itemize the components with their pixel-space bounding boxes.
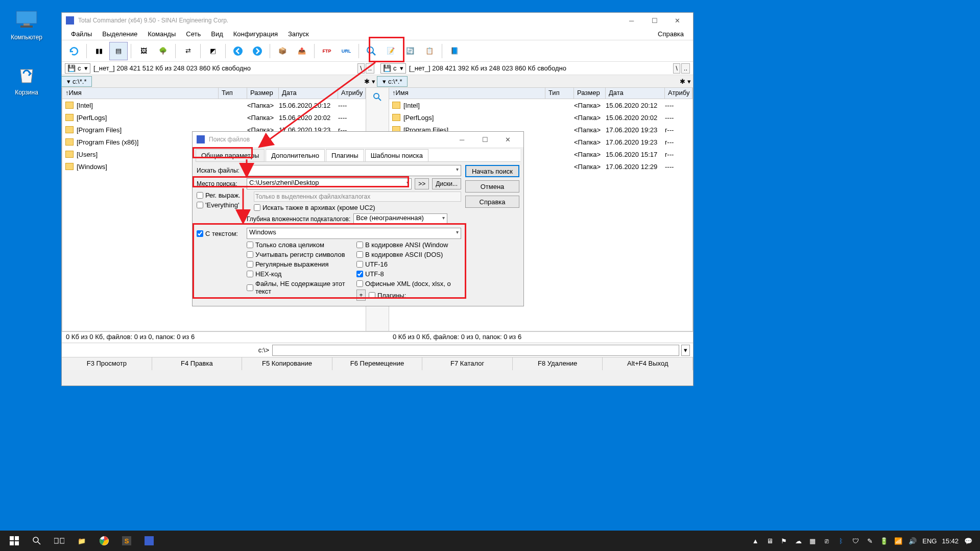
menu-help[interactable]: Справка <box>653 30 689 38</box>
hdr-name-left[interactable]: Имя <box>69 89 82 97</box>
thumbnails-icon[interactable]: 🖼 <box>134 42 153 60</box>
hdr-attr-right[interactable]: Атрибу <box>665 88 692 99</box>
chk-ansi[interactable] <box>356 242 363 248</box>
menu-view[interactable]: Вид <box>206 30 228 38</box>
tray-lang[interactable]: ENG <box>922 537 937 545</box>
up-btn-right[interactable]: .. <box>681 63 690 74</box>
file-row[interactable]: [PerfLogs]<Папка>15.06.2020 20:02---- <box>389 111 692 124</box>
rename-icon[interactable]: 📝 <box>381 42 400 60</box>
pack-icon[interactable]: 📦 <box>273 42 292 60</box>
maximize-button[interactable]: ☐ <box>643 13 666 28</box>
select-depth[interactable]: Все (неограниченная) <box>353 213 447 225</box>
menu-run[interactable]: Запуск <box>283 30 314 38</box>
hdr-attr-left[interactable]: Атрибу <box>338 88 366 99</box>
chk-withtext[interactable] <box>197 230 203 237</box>
tray-pen-icon[interactable]: ✎ <box>865 536 874 545</box>
fkey-f8[interactable]: F8 Удаление <box>513 357 603 370</box>
copy-names-icon[interactable]: 📋 <box>420 42 439 60</box>
hdr-size-right[interactable]: Размер <box>574 88 606 99</box>
file-row[interactable]: [PerfLogs]<Папка>15.06.2020 20:02---- <box>62 111 366 124</box>
tray-notifications-icon[interactable]: 💬 <box>964 536 973 545</box>
input-search-where[interactable]: C:\Users\zheni\Desktop <box>247 178 412 189</box>
desktop-icon-recycle[interactable]: Корзина <box>6 62 47 96</box>
tray-flag-icon[interactable]: ⚑ <box>779 536 788 545</box>
tab-advanced[interactable]: Дополнительно <box>266 149 325 161</box>
chk-archives[interactable] <box>254 204 260 211</box>
fkey-f3[interactable]: F3 Просмотр <box>62 357 152 370</box>
unpack-icon[interactable]: 📤 <box>293 42 311 60</box>
chk-hex[interactable] <box>247 271 253 277</box>
up-btn-left[interactable]: .. <box>366 63 374 74</box>
dlg-maximize-button[interactable]: ☐ <box>473 132 496 147</box>
fkey-f5[interactable]: F5 Копирование <box>242 357 332 370</box>
ftp-icon[interactable]: FTP <box>318 42 336 60</box>
input-search-files[interactable] <box>247 165 461 176</box>
tab-general[interactable]: Общие параметры <box>196 149 265 161</box>
hdr-date-right[interactable]: Дата <box>606 88 665 99</box>
menu-net[interactable]: Сеть <box>181 30 206 38</box>
hist-left-icon[interactable]: ▾ <box>372 78 375 85</box>
tray-bluetooth-icon[interactable]: ᛒ <box>836 536 846 545</box>
file-row[interactable]: [Intel]<Папка>15.06.2020 20:12---- <box>389 99 692 111</box>
refresh-icon[interactable] <box>65 42 83 60</box>
drive-selector-right[interactable]: 💾c▾ <box>380 63 406 74</box>
menu-select[interactable]: Выделение <box>97 30 142 38</box>
tab-templates[interactable]: Шаблоны поиска <box>365 149 428 161</box>
tc-taskbar-icon[interactable] <box>138 531 160 551</box>
invert-icon[interactable]: ◩ <box>204 42 222 60</box>
btn-drives[interactable]: Диски... <box>432 178 461 189</box>
menu-config[interactable]: Конфигурация <box>228 30 283 38</box>
dlg-close-button[interactable]: ✕ <box>496 132 519 147</box>
start-button[interactable] <box>3 531 26 551</box>
root-btn-right[interactable]: \ <box>673 63 680 74</box>
btn-help[interactable]: Справка <box>465 196 519 208</box>
tray-defender-icon[interactable]: 🛡 <box>851 536 860 545</box>
tab-plugins[interactable]: Плагины <box>326 149 364 161</box>
notepad-icon[interactable]: 📘 <box>445 42 464 60</box>
chk-not[interactable] <box>247 284 253 291</box>
hist-right-icon[interactable]: ▾ <box>687 78 691 85</box>
desktop-icon-computer[interactable]: Компьютер <box>6 7 47 41</box>
mid-search-icon[interactable] <box>370 90 385 104</box>
url-icon[interactable]: URL <box>337 42 355 60</box>
btn-expand[interactable]: >> <box>415 178 429 189</box>
chk-oxml[interactable] <box>356 280 363 287</box>
tray-app-icon[interactable]: 🖥 <box>765 536 774 545</box>
file-row[interactable]: [Intel]<Папка>15.06.2020 20:12---- <box>62 99 366 111</box>
tree-icon[interactable]: 🌳 <box>154 42 172 60</box>
hdr-date-left[interactable]: Дата <box>279 88 338 99</box>
chrome-taskbar-icon[interactable] <box>93 531 115 551</box>
chk-whole-words[interactable] <box>247 242 253 248</box>
root-btn-left[interactable]: \ <box>357 63 365 74</box>
chk-everything[interactable] <box>197 202 203 208</box>
fav-left-icon[interactable]: ✱ <box>364 78 370 85</box>
tray-battery-icon[interactable]: 🔋 <box>879 536 889 545</box>
search-icon[interactable] <box>362 42 380 60</box>
fav-right-icon[interactable]: ✱ <box>680 78 685 85</box>
fkey-f7[interactable]: F7 Каталог <box>422 357 513 370</box>
tray-sound-icon[interactable]: 🔊 <box>908 536 917 545</box>
hdr-ext-left[interactable]: Тип <box>219 88 247 99</box>
chk-regex[interactable] <box>197 192 203 199</box>
chk-re-text[interactable] <box>247 261 253 268</box>
sync-icon[interactable]: 🔄 <box>401 42 419 60</box>
dlg-minimize-button[interactable]: ─ <box>450 132 473 147</box>
drive-selector-left[interactable]: 💾c▾ <box>65 63 90 74</box>
cmd-input[interactable] <box>272 345 679 356</box>
fkey-f6[interactable]: F6 Перемещение <box>332 357 423 370</box>
tray-display-icon[interactable]: ⎚ <box>822 536 831 545</box>
cmd-history-dropdown[interactable]: ▾ <box>681 345 690 356</box>
right-tab[interactable]: c:\*.* <box>388 78 402 85</box>
taskview-icon[interactable] <box>48 531 70 551</box>
hdr-ext-right[interactable]: Тип <box>545 88 574 99</box>
tray-nvidia-icon[interactable]: ▦ <box>808 536 817 545</box>
tray-chevron-icon[interactable]: ▲ <box>751 536 760 545</box>
forward-icon[interactable] <box>248 42 267 60</box>
hdr-size-left[interactable]: Размер <box>247 88 279 99</box>
sublime-taskbar-icon[interactable]: S <box>115 531 138 551</box>
hdr-name-right[interactable]: Имя <box>396 89 409 97</box>
tray-cloud-icon[interactable]: ☁ <box>794 536 803 545</box>
btn-cancel[interactable]: Отмена <box>465 180 519 193</box>
tray-time[interactable]: 15:42 <box>942 537 959 545</box>
chk-ascii[interactable] <box>356 251 363 258</box>
